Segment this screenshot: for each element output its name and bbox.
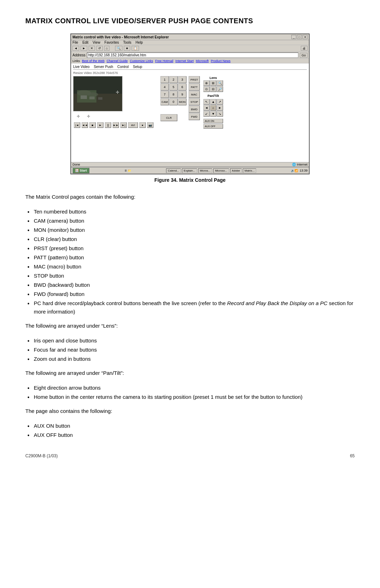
stop-button[interactable]: STOP — [189, 98, 200, 105]
link-microsoft[interactable]: Microsoft — [196, 59, 209, 63]
taskbar-icon1: 🖥 — [124, 169, 127, 172]
search-browser-button[interactable]: 🔍 — [115, 46, 122, 51]
avi-button[interactable]: AVI — [128, 122, 138, 128]
svg-point-4 — [88, 92, 98, 97]
go-button[interactable]: Go — [300, 53, 308, 58]
skip-start-button[interactable]: |◄ — [74, 122, 80, 128]
pause-button[interactable]: ‖ — [105, 122, 111, 128]
back-button[interactable]: ◄ — [72, 46, 79, 51]
minimize-button[interactable]: _ — [291, 35, 296, 39]
favorites-browser-button[interactable]: ★ — [124, 46, 130, 51]
start-button[interactable]: 🪟 Start — [72, 168, 89, 173]
num-btn-2[interactable]: 2 — [169, 76, 178, 83]
menu-favorites[interactable]: Favorites — [104, 41, 119, 44]
pt-left[interactable]: ◄ — [203, 105, 210, 111]
iris-mid2[interactable]: ⊟ — [210, 86, 216, 92]
iris-mid[interactable]: ⊞ — [210, 80, 216, 86]
taskbar-micros[interactable]: Micros... — [198, 168, 212, 173]
bwd-button[interactable]: BWD — [189, 106, 200, 113]
footer: C2900M-B (1/03) 65 — [25, 453, 355, 458]
maximize-button[interactable]: □ — [297, 35, 302, 39]
nav-setup[interactable]: Setup — [133, 65, 142, 69]
skip-end-button[interactable]: ►| — [120, 122, 127, 128]
taskbar-explain[interactable]: Explain... — [182, 168, 197, 173]
zoom-out[interactable]: 🔎 — [217, 86, 223, 92]
num-btn-1[interactable]: 1 — [160, 76, 169, 83]
num-btn-9[interactable]: 9 — [178, 91, 186, 98]
pt-downleft[interactable]: ↙ — [203, 111, 210, 117]
taskbar-microso[interactable]: Microso... — [213, 168, 229, 173]
num-btn-5[interactable]: 5 — [169, 83, 178, 91]
iris-close[interactable]: ⊙ — [203, 86, 210, 92]
num-btn-8[interactable]: 8 — [169, 91, 178, 98]
menu-view[interactable]: View — [93, 41, 100, 44]
small-icon-2[interactable]: ✛ — [87, 114, 90, 119]
pt-upleft[interactable]: ↖ — [203, 99, 210, 105]
small-icons-row: ✛ ✛ — [73, 113, 158, 119]
patt-button[interactable]: PATT — [189, 83, 200, 91]
pt-down[interactable]: ▼ — [210, 111, 216, 117]
figure-container: Matrix control with live video - Microso… — [25, 33, 355, 183]
pan-icon[interactable]: ✛ — [116, 90, 119, 95]
num-btn-0[interactable]: 0 — [169, 98, 178, 105]
nav-live-video[interactable]: Live Video — [73, 65, 90, 69]
print-button[interactable]: 🖨 — [301, 46, 308, 51]
nav-server-push[interactable]: Server Push — [94, 65, 113, 69]
prst-button[interactable]: PRST — [189, 76, 200, 83]
bullet-stop: STOP button — [25, 272, 355, 280]
mac-button[interactable]: MAC — [189, 91, 200, 98]
footer-right: 65 — [350, 453, 355, 458]
close-button[interactable]: ✕ — [303, 35, 308, 39]
pt-up[interactable]: ▲ — [210, 99, 216, 105]
num-btn-4[interactable]: 4 — [160, 83, 169, 91]
link-customize[interactable]: Customize Links — [130, 59, 153, 63]
link-product-news[interactable]: Product News — [211, 59, 230, 63]
stop-browser-button[interactable]: ✕ — [89, 46, 95, 51]
pt-downright[interactable]: ↘ — [217, 111, 223, 117]
record-button[interactable]: ● — [139, 122, 146, 128]
menu-help[interactable]: Help — [135, 41, 143, 44]
nav-control[interactable]: Control — [118, 65, 129, 69]
browser-window-controls: _ □ ✕ — [291, 35, 308, 39]
pt-home[interactable]: ⌂ — [210, 105, 216, 111]
aux-on-button[interactable]: AUX ON — [203, 119, 223, 123]
forward-button[interactable]: ► — [81, 46, 87, 51]
aux-off-button[interactable]: AUX OFF — [203, 124, 223, 129]
link-channel-guide[interactable]: Channel Guide — [107, 59, 128, 63]
page-bullet-list: AUX ON button AUX OFF button — [25, 422, 355, 439]
menu-file[interactable]: File — [72, 41, 78, 44]
bullet-iris: Iris open and close buttons — [25, 336, 355, 345]
menu-edit[interactable]: Edit — [82, 41, 88, 44]
pt-upright[interactable]: ↗ — [217, 99, 223, 105]
home-button[interactable]: ⌂ — [104, 46, 109, 51]
iris-open[interactable]: ⊕ — [203, 80, 210, 86]
menu-tools[interactable]: Tools — [123, 41, 131, 44]
history-button[interactable]: 📋 — [132, 46, 139, 51]
num-btn-3[interactable]: 3 — [178, 76, 186, 83]
cam-button[interactable]: CAM — [160, 98, 169, 105]
zoom-in[interactable]: 🔍 — [217, 80, 223, 86]
link-internet-start[interactable]: Internet Start — [175, 59, 194, 63]
taskbar-matrix[interactable]: Matrix... — [243, 168, 256, 173]
taskbar-calendar[interactable]: Calend... — [166, 168, 181, 173]
small-icon-1[interactable]: ✛ — [77, 114, 80, 119]
link-best-of-web[interactable]: Best of the Web — [82, 59, 104, 63]
page-title: MATRIX CONTROL LIVE VIDEO/SERVER PUSH PA… — [25, 17, 355, 25]
num-btn-7[interactable]: 7 — [160, 91, 169, 98]
fast-forward-button[interactable]: ►► — [113, 122, 119, 128]
link-hotmail[interactable]: Free Hotmail — [155, 59, 173, 63]
taskbar-clock: 13:39 — [299, 169, 308, 172]
address-input[interactable] — [87, 52, 298, 58]
fwd-button[interactable]: FWD — [189, 113, 200, 120]
taskbar-adobe[interactable]: Adobe — [230, 168, 242, 173]
snapshot-button[interactable]: 📷 — [147, 122, 153, 128]
mon-button[interactable]: MON — [178, 98, 186, 105]
lens-intro-text: The following are arrayed under “Lens”: — [25, 322, 355, 330]
clr-button[interactable]: CLR — [160, 114, 177, 121]
refresh-button[interactable]: ↺ — [96, 46, 103, 51]
play-button[interactable]: ► — [97, 122, 103, 128]
pt-right[interactable]: ► — [217, 105, 223, 111]
rewind-button[interactable]: ◄◄ — [82, 122, 88, 128]
stop-playback-button[interactable]: ■ — [89, 122, 96, 128]
num-btn-6[interactable]: 6 — [178, 83, 186, 91]
